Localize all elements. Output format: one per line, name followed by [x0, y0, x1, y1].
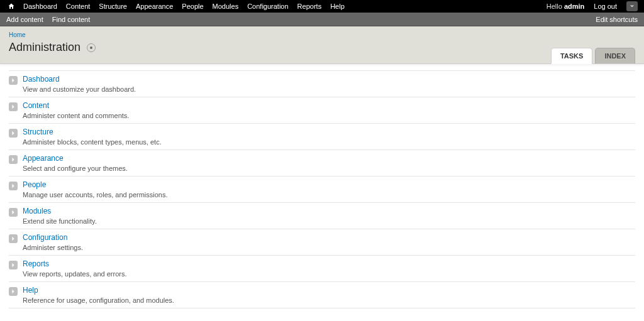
item-title-modules[interactable]: Modules	[23, 207, 97, 215]
item-title-reports[interactable]: Reports	[23, 259, 127, 268]
item-title-help[interactable]: Help	[23, 286, 174, 295]
list-item: AppearanceSelect and configure your them…	[9, 150, 635, 177]
admin-toolbar: DashboardContentStructureAppearancePeopl…	[0, 0, 644, 13]
primary-tabs: TASKS INDEX	[548, 48, 635, 63]
shortcut-bar: Add contentFind content Edit shortcuts	[0, 13, 644, 26]
content-area: DashboardView and customize your dashboa…	[0, 64, 644, 321]
toolbar-item-configuration[interactable]: Configuration	[243, 0, 292, 13]
list-item: StructureAdminister blocks, content type…	[9, 124, 635, 150]
logout-link[interactable]: Log out	[589, 3, 621, 10]
list-item: ReportsView reports, updates, and errors…	[9, 256, 635, 282]
page-header: Home Administration TASKS INDEX	[0, 26, 644, 64]
toolbar-item-help[interactable]: Help	[326, 0, 349, 13]
page-title-row: Administration	[9, 41, 635, 54]
list-item: PeopleManage user accounts, roles, and p…	[9, 177, 635, 203]
expand-icon[interactable]	[9, 261, 18, 269]
username: admin	[564, 3, 584, 10]
item-desc: View reports, updates, and errors.	[23, 270, 127, 278]
item-title-content[interactable]: Content	[23, 101, 129, 110]
list-item: ConfigurationAdminister settings.	[9, 229, 635, 256]
toolbar-item-dashboard[interactable]: Dashboard	[19, 0, 62, 13]
toolbar-item-modules[interactable]: Modules	[208, 0, 243, 13]
expand-icon[interactable]	[9, 129, 18, 138]
toolbar-item-content[interactable]: Content	[62, 0, 95, 13]
expand-icon[interactable]	[9, 287, 18, 296]
gear-icon[interactable]	[87, 43, 96, 52]
item-title-appearance[interactable]: Appearance	[23, 154, 128, 163]
hello-text: Hello	[547, 3, 564, 10]
tab-tasks[interactable]: TASKS	[551, 48, 592, 64]
item-desc: Administer settings.	[23, 244, 83, 251]
item-desc: Reference for usage, configuration, and …	[23, 297, 174, 304]
toolbar-menu: DashboardContentStructureAppearancePeopl…	[19, 0, 349, 13]
item-title-dashboard[interactable]: Dashboard	[23, 75, 136, 84]
item-desc: Administer content and comments.	[23, 112, 129, 119]
page-title: Administration	[9, 41, 80, 54]
expand-icon[interactable]	[9, 208, 18, 217]
item-title-people[interactable]: People	[23, 180, 168, 189]
shortcut-find-content[interactable]: Find content	[52, 16, 99, 23]
edit-shortcuts-link[interactable]: Edit shortcuts	[596, 16, 638, 23]
toolbar-item-structure[interactable]: Structure	[94, 0, 131, 13]
item-desc: Manage user accounts, roles, and permiss…	[23, 191, 168, 199]
admin-list: DashboardView and customize your dashboa…	[9, 70, 635, 308]
toolbar-right: Hello admin Log out	[547, 1, 638, 11]
item-title-structure[interactable]: Structure	[23, 128, 162, 136]
toolbar-item-people[interactable]: People	[177, 0, 208, 13]
hello-user: Hello admin	[547, 3, 587, 10]
breadcrumb: Home	[9, 31, 635, 38]
expand-icon[interactable]	[9, 234, 18, 243]
toolbar-item-appearance[interactable]: Appearance	[131, 0, 177, 13]
expand-icon[interactable]	[9, 182, 18, 190]
expand-icon[interactable]	[9, 155, 18, 164]
item-desc: Extend site functionality.	[23, 217, 97, 225]
home-icon[interactable]	[4, 3, 19, 10]
shortcut-add-content[interactable]: Add content	[6, 16, 52, 23]
list-item: ModulesExtend site functionality.	[9, 203, 635, 229]
item-title-configuration[interactable]: Configuration	[23, 233, 83, 242]
breadcrumb-home[interactable]: Home	[9, 31, 26, 38]
tab-index[interactable]: INDEX	[595, 48, 635, 63]
expand-icon[interactable]	[9, 76, 18, 85]
toolbar-dropdown-toggle[interactable]	[626, 1, 638, 11]
expand-icon[interactable]	[9, 102, 18, 111]
list-item: DashboardView and customize your dashboa…	[9, 71, 635, 97]
shortcut-links: Add contentFind content	[6, 16, 99, 23]
item-desc: Administer blocks, content types, menus,…	[23, 138, 162, 146]
list-item: HelpReference for usage, configuration, …	[9, 282, 635, 308]
item-desc: Select and configure your themes.	[23, 165, 128, 172]
toolbar-item-reports[interactable]: Reports	[293, 0, 326, 13]
item-desc: View and customize your dashboard.	[23, 85, 136, 93]
list-item: ContentAdminister content and comments.	[9, 97, 635, 124]
